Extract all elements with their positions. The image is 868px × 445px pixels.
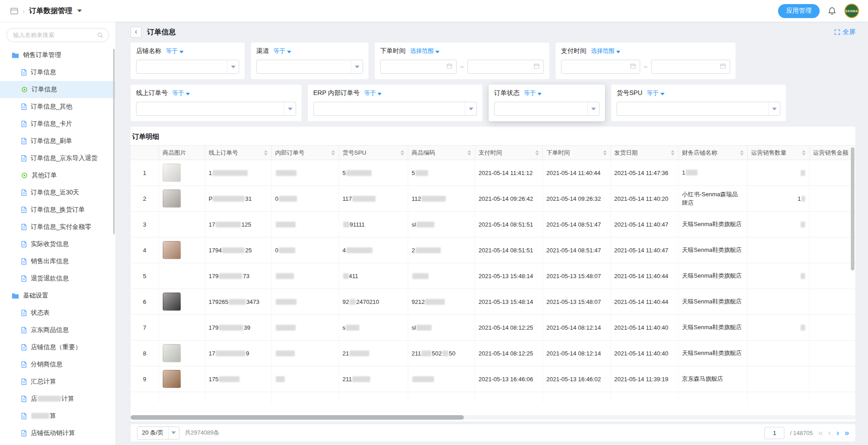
column-header-internal[interactable]: 内部订单号 bbox=[271, 146, 339, 160]
filter-select[interactable] bbox=[617, 102, 780, 116]
sidebar-item[interactable]: 订单信息 bbox=[0, 81, 115, 98]
column-header-pay[interactable]: 支付时间 bbox=[475, 146, 542, 160]
search-icon[interactable] bbox=[97, 32, 104, 38]
sidebar-item[interactable]: 订单信息_实付金额零 bbox=[0, 218, 115, 236]
column-header-qty[interactable]: 运营销售数量 bbox=[747, 146, 809, 160]
app-manage-button[interactable]: 应用管理 bbox=[778, 4, 820, 18]
table-row[interactable]: 717939ssl2021-05-14 08:12:252021-05-14 0… bbox=[131, 315, 855, 341]
sort-icon[interactable] bbox=[535, 150, 539, 156]
product-image bbox=[163, 189, 181, 208]
column-header-spu[interactable]: 货号SPU bbox=[339, 146, 408, 160]
column-header-store[interactable]: 财务店铺名称 bbox=[678, 146, 747, 160]
sort-icon[interactable] bbox=[467, 150, 471, 156]
table-row[interactable]: 817921211502502021-05-14 08:12:252021-05… bbox=[131, 341, 855, 366]
table-row[interactable]: 11552021-05-14 11:41:122021-05-14 11:40:… bbox=[131, 160, 855, 186]
date-end-input[interactable] bbox=[651, 60, 730, 74]
sidebar-group[interactable]: 基础设置 bbox=[0, 287, 115, 304]
last-page-button[interactable]: » bbox=[844, 429, 849, 437]
filter-card-body bbox=[256, 60, 363, 74]
filter-operator[interactable]: 等于 bbox=[166, 47, 184, 55]
title-caret-icon[interactable] bbox=[77, 9, 82, 12]
redacted-text bbox=[229, 299, 246, 305]
table-row[interactable]: 5179734112021-05-13 15:48:142021-05-13 1… bbox=[131, 263, 855, 289]
filter-select[interactable] bbox=[136, 60, 239, 74]
filter-operator[interactable]: 等于 bbox=[172, 89, 190, 97]
table-row[interactable]: 6179265347392247021092122021-05-13 15:48… bbox=[131, 289, 855, 315]
sidebar-item[interactable]: 状态表 bbox=[0, 304, 115, 322]
sidebar-item[interactable]: 算 bbox=[0, 407, 115, 425]
date-start-input[interactable] bbox=[561, 60, 640, 74]
first-page-button[interactable]: « bbox=[818, 429, 823, 437]
prev-page-button[interactable]: ‹ bbox=[828, 429, 831, 437]
page-number-input[interactable] bbox=[764, 427, 784, 439]
filter-operator[interactable]: 等于 bbox=[364, 89, 382, 97]
column-header-order[interactable]: 下单时间 bbox=[542, 146, 610, 160]
sidebar-item[interactable]: 退货退款信息 bbox=[0, 270, 115, 287]
filter-operator[interactable]: 等于 bbox=[274, 47, 291, 55]
table-horizontal-scrollbar[interactable] bbox=[131, 415, 855, 420]
search-input[interactable] bbox=[6, 28, 109, 42]
filter-select[interactable] bbox=[313, 102, 477, 116]
table-row[interactable]: 31712591111sl2021-05-14 08:51:512021-05-… bbox=[131, 212, 855, 237]
cell-internal bbox=[271, 160, 339, 186]
sort-icon[interactable] bbox=[331, 150, 335, 156]
sidebar-item[interactable]: 店铺低动销计算 bbox=[0, 425, 115, 442]
text-fragment: 25 bbox=[245, 247, 251, 254]
sidebar-item[interactable]: 订单信息_其他 bbox=[0, 98, 115, 115]
filter-operator[interactable]: 等于 bbox=[647, 89, 665, 97]
page-size-select[interactable]: 20 条/页 bbox=[137, 426, 179, 440]
sidebar-item[interactable]: 店计算 bbox=[0, 390, 115, 407]
sort-icon[interactable] bbox=[671, 150, 675, 156]
sidebar-item[interactable]: 订单信息 bbox=[0, 64, 115, 81]
filter-card: 渠道等于 bbox=[251, 43, 368, 79]
column-header-ship[interactable]: 发货日期 bbox=[610, 146, 678, 160]
bell-icon[interactable] bbox=[828, 7, 836, 15]
filter-select[interactable] bbox=[136, 102, 296, 116]
sidebar-scrollbar[interactable] bbox=[113, 49, 115, 234]
table-row[interactable]: 2P3101171122021-05-14 09:26:422021-05-14… bbox=[131, 186, 855, 212]
sidebar-item[interactable]: 订单信息_刷单 bbox=[0, 133, 115, 150]
sidebar-item[interactable]: 汇总计算 bbox=[0, 373, 115, 390]
filter-operator[interactable]: 选择范围 bbox=[591, 47, 620, 55]
table-row[interactable]: 91752112021-05-13 16:46:062021-05-13 16:… bbox=[131, 366, 855, 392]
sidebar-item[interactable]: 订单信息_近30天 bbox=[0, 184, 115, 201]
sidebar-item[interactable]: 店铺信息（重要） bbox=[0, 339, 115, 356]
sort-icon[interactable] bbox=[401, 150, 404, 156]
back-button[interactable]: ‹ bbox=[131, 27, 142, 38]
column-header-online[interactable]: 线上订单号 bbox=[205, 146, 271, 160]
fullscreen-button[interactable]: 全屏 bbox=[834, 28, 855, 36]
window-icon[interactable] bbox=[10, 7, 19, 15]
sort-icon[interactable] bbox=[603, 150, 607, 156]
filter-select[interactable] bbox=[256, 60, 363, 74]
table-vertical-scrollbar[interactable] bbox=[851, 147, 854, 270]
sort-icon[interactable] bbox=[740, 150, 744, 156]
sidebar-item[interactable]: 销售出库信息 bbox=[0, 253, 115, 270]
sidebar-item[interactable]: 京东商品信息 bbox=[0, 322, 115, 339]
sort-icon[interactable] bbox=[264, 150, 268, 156]
sidebar-group[interactable]: 销售订单管理 bbox=[0, 47, 115, 64]
filter-operator[interactable]: 选择范围 bbox=[410, 47, 439, 55]
date-end-input[interactable] bbox=[467, 60, 544, 74]
cell-idx: 5 bbox=[131, 263, 159, 289]
filter-operator[interactable]: 等于 bbox=[524, 89, 542, 97]
redacted-text bbox=[801, 222, 805, 227]
text-fragment: 73 bbox=[243, 273, 249, 279]
avatar[interactable]: SENMA bbox=[844, 4, 859, 18]
date-start-input[interactable] bbox=[380, 60, 457, 74]
cell-internal bbox=[271, 341, 339, 366]
sidebar-item[interactable]: 实际收货信息 bbox=[0, 236, 115, 253]
sidebar-item[interactable]: 分销商信息 bbox=[0, 356, 115, 373]
filter-select[interactable] bbox=[494, 102, 599, 116]
table-row[interactable]: 41794250422021-05-14 08:51:512021-05-14 … bbox=[131, 237, 855, 263]
scrollbar-thumb[interactable] bbox=[131, 415, 464, 420]
page-breadcrumb-title[interactable]: 订单数据管理 bbox=[29, 6, 72, 16]
sidebar-item[interactable]: 订单信息_卡片 bbox=[0, 115, 115, 133]
column-header-code[interactable]: 商品编码 bbox=[408, 146, 475, 160]
sidebar-item[interactable]: 订单信息_换货订单 bbox=[0, 201, 115, 218]
sidebar-item[interactable]: 订单信息_京东导入退货 bbox=[0, 150, 115, 167]
column-header-amount[interactable]: 运营销售金额 bbox=[809, 146, 855, 160]
cell-empty bbox=[205, 392, 271, 403]
sort-icon[interactable] bbox=[802, 150, 806, 156]
sidebar-item[interactable]: 其他订单 bbox=[0, 167, 115, 184]
next-page-button[interactable]: › bbox=[836, 429, 839, 437]
